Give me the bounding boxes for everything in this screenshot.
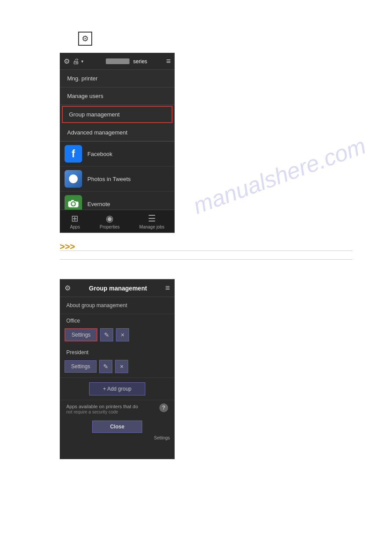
nav-item-manage-jobs[interactable]: ☰ Manage jobs <box>139 213 164 229</box>
sc1-redacted: ■■■■■ <box>106 58 129 64</box>
app-name-tweets: Photos in Tweets <box>87 176 131 182</box>
nav-item-properties[interactable]: ◉ Properties <box>100 213 120 229</box>
sc2-close-button-row: Close <box>60 418 174 435</box>
dropdown-item-manage-users[interactable]: Manage users <box>60 87 174 105</box>
gear-icon-top: ⚙ <box>78 32 92 46</box>
nav-label-properties: Properties <box>100 225 120 229</box>
sc2-group-president: President Settings ✎ × <box>60 346 174 377</box>
sc2-president-settings-button[interactable]: Settings <box>65 360 97 373</box>
sc1-arrow-icon: ▾ <box>81 59 83 64</box>
manage-jobs-nav-icon: ☰ <box>148 213 156 224</box>
sc2-close-button[interactable]: Close <box>92 421 143 433</box>
sc2-footer-text: Apps available on printers that do <box>66 404 158 409</box>
sc1-gear-icon: ⚙ <box>64 57 70 65</box>
dropdown-item-mng-printer[interactable]: Mng. printer <box>60 70 174 87</box>
watermark: manualshere.com <box>190 132 369 219</box>
sc2-president-edit-button[interactable]: ✎ <box>99 360 112 373</box>
sc2-menu-icon[interactable]: ≡ <box>165 283 170 293</box>
sc2-settings-small-label: Settings <box>60 435 174 442</box>
sc1-bottom-nav: ⊞ Apps ◉ Properties ☰ Manage jobs <box>60 210 174 232</box>
sc2-title: Group management <box>71 285 165 292</box>
sc2-group-president-label: President <box>60 346 174 357</box>
edit-icon: ✎ <box>103 363 108 370</box>
sc2-group-office-label: Office <box>60 314 174 326</box>
app-name-facebook: Facebook <box>87 151 112 157</box>
sc1-dropdown: Mng. printer Manage users Group manageme… <box>60 70 174 141</box>
sc2-group-office-row: Settings ✎ × <box>60 326 174 346</box>
delete-icon: × <box>121 331 124 338</box>
sc1-series-label: series <box>133 58 147 65</box>
sc2-about-label: About group management <box>66 302 127 308</box>
nav-item-apps[interactable]: ⊞ Apps <box>70 213 80 229</box>
dropdown-item-group-management[interactable]: Group management <box>62 106 173 123</box>
facebook-icon: f <box>65 145 82 163</box>
sc2-gear-icon: ⚙ <box>65 284 71 292</box>
sc1-menu-icon[interactable]: ≡ <box>166 57 171 66</box>
sc2-about-group-management[interactable]: About group management <box>60 297 174 314</box>
screenshot-2: ⚙ Group management ≡ About group managem… <box>60 279 175 459</box>
sc2-footer: Apps available on printers that do not r… <box>60 400 174 418</box>
dropdown-item-advanced-management[interactable]: Advanced management <box>60 124 174 141</box>
nav-label-manage-jobs: Manage jobs <box>139 225 164 229</box>
sc2-group-president-row: Settings ✎ × <box>60 357 174 377</box>
sc2-president-delete-button[interactable]: × <box>115 360 128 373</box>
sc2-office-edit-button[interactable]: ✎ <box>100 328 113 341</box>
separator-line-top <box>60 250 352 251</box>
sc2-header: ⚙ Group management ≡ <box>60 279 174 297</box>
separator-line-bottom <box>60 259 352 260</box>
sc2-group-office: Office Settings ✎ × <box>60 314 174 346</box>
properties-nav-icon: ◉ <box>106 213 113 224</box>
sc1-header: ⚙ 🖨 ▾ ■■■■■ series ≡ <box>60 53 174 70</box>
apps-nav-icon: ⊞ <box>71 213 79 224</box>
delete-icon: × <box>120 363 123 370</box>
sc2-office-delete-button[interactable]: × <box>116 328 129 341</box>
sc2-footer-text-small: not require a security code <box>66 409 158 414</box>
sc2-add-group-section: + Add group <box>60 377 174 400</box>
screenshot-1: ⚙ 🖨 ▾ ■■■■■ series ≡ Mng. printer Manage… <box>60 53 175 233</box>
nav-label-apps: Apps <box>70 225 80 229</box>
app-item-tweets[interactable]: Photos in Tweets <box>60 167 174 192</box>
sc2-office-settings-button[interactable]: Settings <box>65 328 97 341</box>
edit-icon: ✎ <box>104 331 109 338</box>
sc1-printer-icon: 🖨 <box>72 58 79 65</box>
app-item-facebook[interactable]: f Facebook <box>60 141 174 167</box>
app-name-evernote: Evernote <box>87 201 110 207</box>
sc2-question-icon[interactable]: ? <box>159 403 168 412</box>
sc2-add-group-button[interactable]: + Add group <box>89 382 145 395</box>
tweets-icon <box>65 170 82 188</box>
